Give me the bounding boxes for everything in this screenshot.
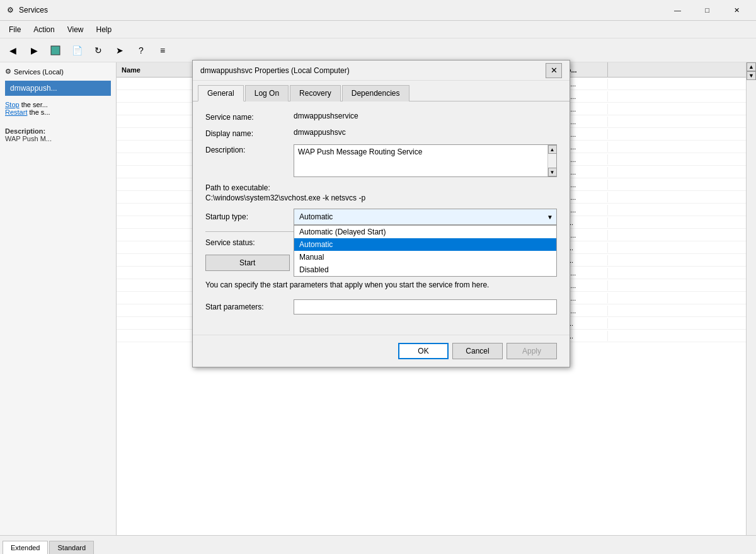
stop-link[interactable]: Stop [5, 101, 20, 108]
start-params-row: Start parameters: [205, 299, 557, 315]
app-icon: ⚙ [5, 5, 15, 15]
info-text: You can specify the start parameters tha… [205, 280, 557, 291]
apply-button[interactable]: Apply [507, 343, 557, 359]
cancel-button[interactable]: Cancel [452, 343, 503, 359]
dialog-tab-logon[interactable]: Log On [245, 85, 289, 101]
left-panel-title: ⚙ Services (Local) [5, 67, 111, 76]
close-button[interactable]: ✕ [723, 1, 751, 20]
restart-description: the s... [27, 108, 50, 116]
scrollbar-right[interactable]: ▲ ▼ [746, 62, 756, 535]
dialog-tab-recovery[interactable]: Recovery [290, 85, 341, 101]
description-label: Description: [205, 144, 294, 154]
service-status-label: Service status: [205, 238, 294, 247]
toolbar-properties[interactable]: ≡ [152, 40, 173, 61]
bottom-tabs: Extended Standard [0, 535, 756, 554]
start-params-label: Start parameters: [205, 303, 294, 311]
description-box: WAP Push Message Routing Service ▲ ▼ [294, 144, 557, 177]
left-panel-label: Services (Local) [14, 68, 64, 76]
description-value: WAP Push Message Routing Service [298, 147, 553, 156]
desc-scrollbar: ▲ ▼ [547, 145, 556, 176]
restart-link[interactable]: Restart [5, 108, 27, 116]
description-row: Description: WAP Push Message Routing Se… [205, 144, 557, 177]
toolbar-show-hide[interactable] [45, 40, 66, 61]
dialog-title-bar: dmwappushsvc Properties (Local Computer)… [193, 61, 570, 81]
left-panel-desc: Description: WAP Push M... [5, 127, 111, 142]
title-bar: ⚙ Services — □ ✕ [0, 0, 756, 21]
scroll-down-btn[interactable]: ▼ [747, 71, 756, 80]
option-manual[interactable]: Manual [294, 251, 556, 263]
service-name-row: Service name: dmwappushservice [205, 112, 557, 122]
start-params-input[interactable] [294, 299, 557, 315]
toolbar: ◀ ▶ 📄 ↻ ➤ ? ≡ [0, 38, 756, 62]
option-automatic[interactable]: Automatic [294, 238, 556, 251]
dialog-title: dmwappushsvc Properties (Local Computer) [200, 66, 546, 75]
display-name-value: dmwappushsvc [294, 128, 557, 137]
service-name-value: dmwappushservice [294, 112, 557, 120]
dropdown-list[interactable]: Automatic (Delayed Start) Automatic Manu… [294, 225, 557, 277]
desc-scroll-down[interactable]: ▼ [548, 168, 557, 176]
startup-type-label: Startup type: [205, 212, 294, 221]
toolbar-help[interactable]: ? [131, 40, 151, 61]
service-name-text: dmwappush... [10, 84, 57, 93]
startup-type-selected[interactable]: Automatic [294, 209, 557, 225]
path-label: Path to executable: [205, 183, 557, 192]
startup-type-value: Automatic [299, 212, 333, 221]
dialog-tab-general[interactable]: General [198, 85, 244, 101]
left-panel-icon: ⚙ [5, 67, 11, 76]
dialog-content: Service name: dmwappushservice Display n… [193, 101, 570, 335]
tab-extended[interactable]: Extended [3, 541, 48, 554]
scroll-up-btn[interactable]: ▲ [747, 62, 756, 71]
menu-bar: File Action View Help [0, 21, 756, 38]
toolbar-action[interactable]: ➤ [110, 40, 130, 61]
startup-type-dropdown[interactable]: Automatic ▼ Automatic (Delayed Start) Au… [294, 209, 557, 225]
menu-view[interactable]: View [61, 23, 90, 37]
start-button[interactable]: Start [205, 255, 290, 271]
startup-type-row: Startup type: Automatic ▼ Automatic (Del… [205, 209, 557, 225]
display-name-row: Display name: dmwappushsvc [205, 128, 557, 138]
display-name-label: Display name: [205, 128, 294, 138]
tab-standard[interactable]: Standard [49, 541, 94, 554]
window-controls: — □ ✕ [663, 1, 751, 20]
desc-text: WAP Push M... [5, 135, 52, 142]
maximize-button[interactable]: □ [693, 1, 721, 20]
properties-dialog[interactable]: dmwappushsvc Properties (Local Computer)… [192, 60, 570, 367]
menu-action[interactable]: Action [27, 23, 60, 37]
toolbar-export[interactable]: 📄 [67, 40, 87, 61]
panel-service-name: dmwappush... [5, 81, 111, 96]
dialog-tabs: General Log On Recovery Dependencies [193, 81, 570, 101]
path-value: C:\windows\system32\svchost.exe -k netsv… [205, 193, 557, 202]
desc-scroll-up[interactable]: ▲ [548, 145, 557, 154]
dialog-action-buttons: OK Cancel Apply [193, 335, 570, 367]
toolbar-back[interactable]: ◀ [3, 40, 23, 61]
option-disabled[interactable]: Disabled [294, 263, 556, 276]
menu-help[interactable]: Help [90, 23, 118, 37]
menu-file[interactable]: File [3, 23, 27, 37]
ok-button[interactable]: OK [398, 343, 449, 359]
desc-label: Description: [5, 127, 45, 135]
service-name-label: Service name: [205, 112, 294, 122]
toolbar-forward[interactable]: ▶ [24, 40, 44, 61]
app-title: Services [19, 6, 663, 14]
path-section: Path to executable: C:\windows\system32\… [205, 183, 557, 202]
toolbar-refresh[interactable]: ↻ [88, 40, 108, 61]
stop-description: the ser... [20, 101, 48, 108]
dialog-close-button[interactable]: ✕ [546, 63, 562, 78]
svg-rect-0 [51, 46, 60, 55]
dialog-tab-dependencies[interactable]: Dependencies [342, 85, 410, 101]
left-panel: ⚙ Services (Local) dmwappush... Stop the… [0, 62, 117, 535]
option-delayed-start[interactable]: Automatic (Delayed Start) [294, 226, 556, 238]
minimize-button[interactable]: — [663, 1, 692, 20]
